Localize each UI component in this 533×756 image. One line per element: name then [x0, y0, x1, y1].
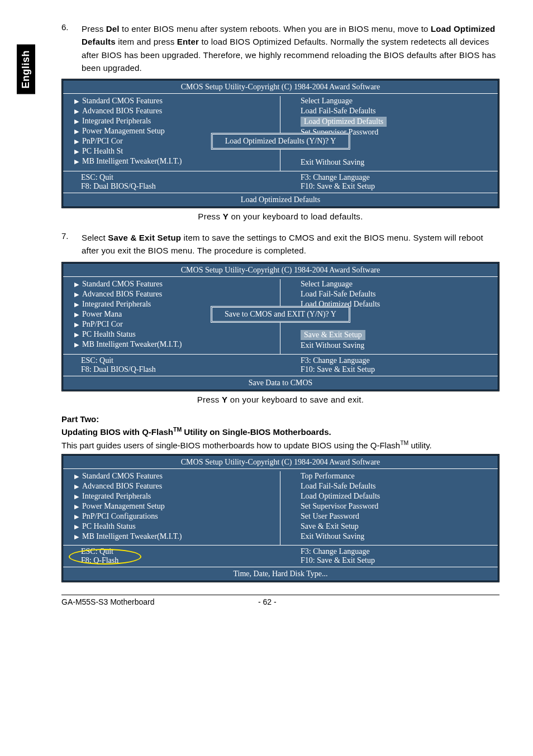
trademark-icon: TM — [173, 426, 182, 433]
arrow-icon: ▶ — [74, 321, 82, 328]
menu-item[interactable]: MB Intelligent Tweaker(M.I.T.) — [82, 340, 182, 348]
arrow-icon: ▶ — [74, 513, 82, 520]
caption: Press Y on your keyboard to load default… — [61, 212, 499, 221]
key-hint: ESC: Quit — [81, 547, 280, 556]
key-hint: F8: Dual BIOS/Q-Flash — [81, 365, 280, 374]
key-del: Del — [106, 24, 120, 34]
menu-item[interactable]: Advanced BIOS Features — [82, 482, 162, 490]
menu-item[interactable]: Select Language — [301, 97, 353, 105]
menu-item[interactable]: Integrated Peripherals — [82, 492, 151, 500]
step-7: 7. Select Save & Exit Setup item to save… — [61, 231, 499, 257]
step-number: 6. — [61, 22, 82, 74]
menu-item[interactable]: Advanced BIOS Features — [82, 107, 162, 115]
arrow-icon: ▶ — [74, 138, 82, 145]
key-hint: F8: Q-Flash — [81, 556, 280, 565]
menu-item[interactable]: Standard CMOS Features — [82, 280, 163, 288]
footer-left: GA-M55S-S3 Motherboard — [61, 597, 258, 606]
menu-item[interactable]: Save & Exit Setup — [301, 522, 359, 530]
menu-item[interactable]: Standard CMOS Features — [82, 472, 163, 480]
text: Press — [198, 212, 222, 221]
menu-item[interactable]: Power Management Setup — [82, 502, 165, 510]
bios-screen-qflash: CMOS Setup Utility-Copyright (C) 1984-20… — [61, 454, 499, 582]
menu-item[interactable]: Load Fail-Safe Defaults — [301, 290, 376, 298]
menu-item[interactable]: Set User Password — [301, 512, 359, 520]
trademark-icon: TM — [400, 439, 408, 446]
menu-item-selected[interactable]: Save & Exit Setup — [301, 330, 365, 340]
confirm-popup[interactable]: Save to CMOS and EXIT (Y/N)? Y — [211, 306, 350, 323]
arrow-icon: ▶ — [74, 523, 82, 530]
language-tab: English — [17, 45, 35, 94]
arrow-icon: ▶ — [74, 301, 82, 308]
key-y: Y — [222, 395, 227, 404]
step-text: Press Del to enter BIOS menu after syste… — [82, 22, 499, 74]
arrow-icon: ▶ — [74, 473, 82, 480]
menu-item[interactable]: Select Language — [301, 280, 353, 288]
part-two-heading: Part Two: — [61, 414, 499, 424]
arrow-icon: ▶ — [74, 148, 82, 155]
text: Updating BIOS with Q-Flash — [61, 427, 173, 437]
text: utility. — [408, 441, 431, 450]
menu-item[interactable]: PnP/PCI Configurations — [82, 512, 158, 520]
menu-item-selected[interactable]: Load Optimized Defaults — [301, 117, 387, 127]
key-hint: F8: Dual BIOS/Q-Flash — [81, 182, 280, 191]
arrow-icon: ▶ — [74, 108, 82, 115]
menu-item[interactable]: Load Optimized Defaults — [301, 492, 380, 500]
menu-item[interactable]: Load Fail-Safe Defaults — [301, 482, 376, 490]
confirm-popup[interactable]: Load Optimized Defaults (Y/N)? Y — [211, 133, 350, 150]
menu-item[interactable]: Standard CMOS Features — [82, 97, 163, 105]
menu-item[interactable]: Power Mana — [82, 310, 122, 318]
footer-right — [303, 597, 499, 606]
part-two-subheading: Updating BIOS with Q-FlashTM Utility on … — [61, 426, 499, 437]
key-hint: F10: Save & Exit Setup — [301, 365, 498, 374]
menu-item[interactable]: Integrated Peripherals — [82, 117, 151, 125]
text: to enter BIOS menu after system reboots.… — [120, 24, 431, 34]
key-hint: F3: Change Language — [301, 173, 498, 182]
key-hint: F10: Save & Exit Setup — [301, 556, 498, 565]
menu-item[interactable]: MB Intelligent Tweaker(M.I.T.) — [82, 157, 182, 165]
menu-item[interactable]: Exit Without Saving — [301, 158, 364, 166]
part-two-intro: This part guides users of single-BIOS mo… — [61, 439, 499, 452]
menu-item[interactable]: Power Management Setup — [82, 127, 165, 135]
step-number: 7. — [61, 231, 82, 257]
text: Utility on Single-BIOS Motherboards. — [182, 427, 331, 437]
arrow-icon: ▶ — [74, 341, 82, 348]
menu-item[interactable]: Integrated Peripherals — [82, 300, 151, 308]
key-hint: F3: Change Language — [301, 547, 498, 556]
arrow-icon: ▶ — [74, 311, 82, 318]
menu-item[interactable]: Load Fail-Safe Defaults — [301, 107, 376, 115]
menu-item[interactable]: PnP/PCI Cor — [82, 137, 123, 145]
menu-item[interactable]: PC Health St — [82, 147, 123, 155]
footer-page-number: - 62 - — [258, 597, 303, 606]
text: on your keyboard to save and exit. — [227, 395, 364, 404]
bios-status: Time, Date, Hard Disk Type... — [63, 567, 498, 581]
key-enter: Enter — [177, 37, 199, 46]
menu-item[interactable]: MB Intelligent Tweaker(M.I.T.) — [82, 532, 182, 540]
arrow-icon: ▶ — [74, 291, 82, 298]
menu-item[interactable]: PnP/PCI Cor — [82, 320, 123, 328]
caption: Press Y on your keyboard to save and exi… — [61, 395, 499, 404]
bios-left-column: ▶Standard CMOS Features ▶Advanced BIOS F… — [63, 471, 280, 545]
arrow-icon: ▶ — [74, 128, 82, 135]
bios-status: Load Optimized Defaults — [63, 193, 498, 207]
menu-item[interactable]: Top Performance — [301, 472, 355, 480]
key-hint: F3: Change Language — [301, 356, 498, 365]
bios-title: CMOS Setup Utility-Copyright (C) 1984-20… — [63, 456, 498, 469]
arrow-icon: ▶ — [74, 483, 82, 490]
menu-item[interactable]: Advanced BIOS Features — [82, 290, 162, 298]
menu-item[interactable]: Set Supervisor Password — [301, 502, 378, 510]
menu-item[interactable]: Exit Without Saving — [301, 532, 364, 540]
text: Select — [82, 233, 108, 242]
arrow-icon: ▶ — [74, 158, 82, 165]
menu-item[interactable]: PC Health Status — [82, 330, 136, 338]
key-hint: F10: Save & Exit Setup — [301, 182, 498, 191]
bios-title: CMOS Setup Utility-Copyright (C) 1984-20… — [63, 264, 498, 277]
text: Press — [197, 395, 222, 404]
arrow-icon: ▶ — [74, 503, 82, 510]
page-content: 6. Press Del to enter BIOS menu after sy… — [61, 22, 499, 606]
bios-status: Save Data to CMOS — [63, 376, 498, 390]
menu-item[interactable]: PC Health Status — [82, 522, 136, 530]
page-footer: GA-M55S-S3 Motherboard - 62 - — [61, 595, 499, 606]
bios-title: CMOS Setup Utility-Copyright (C) 1984-20… — [63, 80, 498, 94]
arrow-icon: ▶ — [74, 98, 82, 105]
menu-item[interactable]: Exit Without Saving — [301, 341, 364, 350]
